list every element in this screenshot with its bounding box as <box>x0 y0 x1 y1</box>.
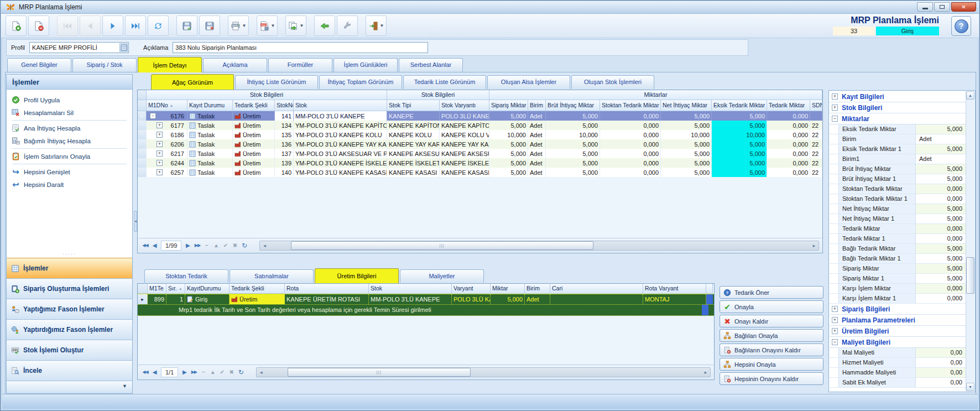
column-header-sır[interactable]: Sır.▲ <box>166 284 185 294</box>
detail-tab-stoktan-tedarik[interactable]: Stoktan Tedarik <box>144 269 228 283</box>
view-tab-i-htiyaç-liste-görünüm[interactable]: İhtiyaç Liste Görünüm <box>235 75 318 89</box>
expand-box[interactable]: + <box>832 105 838 111</box>
tab-i-şlem-günlükleri[interactable]: İşlem Günlükleri <box>333 58 398 72</box>
sidebar-action-i-şlem-satırlarını-onayla[interactable]: İşlem Satırlarını Onayla <box>7 150 132 163</box>
column-header-cari[interactable]: Cari <box>550 284 643 294</box>
view-tab-tedarik-liste-görünüm[interactable]: Tedarik Liste Görünüm <box>403 75 486 89</box>
prev-page-button[interactable]: ◀ <box>150 241 159 251</box>
action-onayı-kaldır-button[interactable]: ✖Onayı Kaldır <box>720 315 823 327</box>
edit-row-button[interactable]: ▲ <box>208 367 217 377</box>
prev-page-button[interactable]: ◀ <box>150 367 159 377</box>
refresh-button[interactable] <box>148 15 169 36</box>
column-header-tedarik-şekli[interactable]: Tedarik Şekli <box>230 284 285 294</box>
view-tab-oluşan-stok-i-şlemleri[interactable]: Oluşan Stok İşlemleri <box>571 75 654 89</box>
sidebar-action-hesaplamaları-sil[interactable]: Hesaplamaları Sil <box>7 106 132 119</box>
sidebar-item-yaptırdığımız-fason-i-şlemler[interactable]: Yaptırdığımız Fason İşlemler <box>7 319 132 340</box>
collapse-box[interactable]: − <box>832 116 838 122</box>
close-button[interactable]: ✕ <box>951 2 976 12</box>
sidebar-item-i-ncele[interactable]: İncele <box>7 360 132 381</box>
prev-record-button[interactable] <box>80 15 101 36</box>
design-button[interactable] <box>337 15 358 36</box>
main-grid-row[interactable]: +6186TaslakÜretim135YM-POLO 3'LÜ KANEPE … <box>138 130 822 139</box>
profil-input[interactable] <box>29 42 129 53</box>
column-header-birim[interactable]: Birim <box>528 100 546 111</box>
pdf-export-button[interactable]: PDF▼ <box>257 15 278 36</box>
first-page-button[interactable]: ◀◀ <box>141 241 149 251</box>
post-edit-button[interactable]: ✔ <box>221 241 230 251</box>
scroll-left-icon[interactable]: ◂ <box>260 243 269 248</box>
add-record-button[interactable] <box>6 15 27 36</box>
minimize-button[interactable] <box>917 2 933 12</box>
back-button[interactable] <box>314 15 335 36</box>
property-group-maliyet-bilgileri[interactable]: −Maliyet Bilgileri <box>830 337 966 348</box>
refresh-rows-button[interactable]: ↻ <box>240 241 248 251</box>
action-hepsinin-onayını-kaldır-button[interactable]: Hepsinin Onayını Kaldır <box>720 372 823 385</box>
expand-box[interactable]: + <box>832 317 838 323</box>
expand-box[interactable]: + <box>157 150 163 157</box>
aciklama-input[interactable] <box>173 42 428 53</box>
scroll-down-icon[interactable]: ▼ <box>966 383 974 391</box>
column-header-sipariş-miktar[interactable]: Sipariş Miktar <box>489 100 528 111</box>
profil-lookup-button[interactable] <box>119 43 128 52</box>
tab-açıklama[interactable]: Açıklama <box>203 58 267 72</box>
column-header-stoktan-tedarik-miktar[interactable]: Stoktan Tedarik Miktar <box>600 100 661 111</box>
column-header-m1dno[interactable]: M1DNo▲ <box>147 100 187 111</box>
tab-genel-bilgiler[interactable]: Genel Bilgiler <box>7 58 71 72</box>
property-group-miktarlar[interactable]: −Miktarlar <box>830 113 966 124</box>
collapse-box[interactable]: - <box>150 113 156 119</box>
cancel-edit-button[interactable]: ✖ <box>227 367 236 377</box>
column-header-birim[interactable]: Birim <box>525 284 550 294</box>
main-grid-row[interactable]: +6257TaslakÜretim140YM-POLO 3'LÜ KANEPE … <box>138 168 822 177</box>
tab-serbest-alanlar[interactable]: Serbest Alanlar <box>399 58 463 72</box>
sidebar-item-yaptığımız-fason-i-şlemler[interactable]: Yaptığımız Fason İşlemler <box>7 299 132 319</box>
column-header-tedarik-miktar[interactable]: Tedarik Miktar <box>767 100 810 111</box>
first-page-button[interactable]: ◀◀ <box>141 367 149 377</box>
post-edit-button[interactable]: ✔ <box>218 367 226 377</box>
column-header-kayıtdurumu[interactable]: KayıtDurumu <box>185 284 230 294</box>
property-group-üretim-bilgileri[interactable]: +Üretim Bilgileri <box>830 326 966 337</box>
delete-row-button[interactable]: − <box>202 241 211 251</box>
sidebar-action-ana-i-htiyaç-hesapla[interactable]: Ana İhtiyaç Hesapla <box>7 122 132 134</box>
sidebar-item-sipariş-oluşturma-i-şlemleri[interactable]: Sipariş Oluşturma İşlemleri <box>7 278 132 299</box>
detail-tab-maliyetler[interactable]: Maliyetler <box>400 269 484 283</box>
last-page-button[interactable]: ▶▶ <box>193 241 201 251</box>
column-header-net-i-htiyaç-miktar[interactable]: Net İhtiyaç Miktar <box>661 100 712 111</box>
edit-row-button[interactable]: ▲ <box>212 241 220 251</box>
action-tedarik-öner-button[interactable]: ?Tedarik Öner <box>720 286 823 299</box>
property-scrollbar[interactable]: ▲ ▼ <box>966 91 974 391</box>
scrollbar-thumb[interactable]: ||| <box>288 368 471 377</box>
column-header-kayıt-durumu[interactable]: Kayıt Durumu <box>187 100 233 111</box>
tab-i-şlem-detayı[interactable]: İşlem Detayı <box>138 57 202 72</box>
column-header-stokno[interactable]: StokNo <box>275 100 294 111</box>
main-grid-row[interactable]: +6244TaslakÜretim139YM-POLO 3'LÜ KANEPE … <box>138 158 822 168</box>
expand-box[interactable]: + <box>832 306 838 312</box>
property-group-kayıt-bilgileri[interactable]: +Kayıt Bilgileri <box>830 91 966 102</box>
sidebar-grip-handle[interactable]: ····· <box>7 252 132 258</box>
maximize-button[interactable] <box>934 2 950 12</box>
sidebar-action-hepsini-daralt[interactable]: ↩Hepsini Daralt <box>7 178 132 191</box>
detail-tab-üretim-bilgileri[interactable]: Üretim Bilgileri <box>315 268 399 283</box>
column-header-miktar[interactable]: Miktar <box>491 284 525 294</box>
scrollbar-track[interactable]: ||| <box>265 368 701 377</box>
column-header-m1te[interactable]: M1Te <box>148 284 166 294</box>
next-page-button[interactable]: ▶ <box>180 367 189 377</box>
tab-sipariş-stok[interactable]: Sipariş / Stok <box>72 58 137 72</box>
action-bağlıların-onayını-kaldır-button[interactable]: Bağlıların Onayını Kaldır <box>720 344 823 356</box>
main-grid-row[interactable]: +6217TaslakÜretim137YM-POLO 3'LÜ AKSESUA… <box>138 149 822 158</box>
property-group-stok-bilgileri[interactable]: +Stok Bilgileri <box>830 102 966 113</box>
sidebar-action-bağımlı-i-htiyaç-hesapla[interactable]: 01Bağımlı İhtiyaç Hesapla <box>7 134 132 147</box>
sidebar-action-profil-uygula[interactable]: Profil Uygula <box>7 93 132 106</box>
column-header-stok-tipi[interactable]: Stok Tipi <box>387 100 440 111</box>
expand-box[interactable]: + <box>157 141 163 147</box>
delete-row-button[interactable]: − <box>199 367 207 377</box>
scrollbar-thumb[interactable]: ||| <box>291 241 593 250</box>
column-header-rota[interactable]: Rota <box>285 284 369 294</box>
expand-box[interactable]: + <box>157 132 163 138</box>
column-header-varyant[interactable]: Varyant <box>452 284 491 294</box>
main-grid-row[interactable]: +6177TaslakÜretim134YM-POLO 3'LÜ KANEPE … <box>138 121 822 130</box>
horizontal-scrollbar[interactable]: ◂ ||| ▸ <box>259 241 819 251</box>
cancel-edit-button[interactable]: ✖ <box>231 241 239 251</box>
detail-grid-row[interactable]: ▸8991GirişÜretimKANEPE ÜRETİM ROTASIMM-P… <box>138 294 714 305</box>
action-bağlıları-onayla-button[interactable]: Bağlıları Onayla <box>720 329 823 342</box>
scrollbar-thumb[interactable] <box>966 257 974 294</box>
